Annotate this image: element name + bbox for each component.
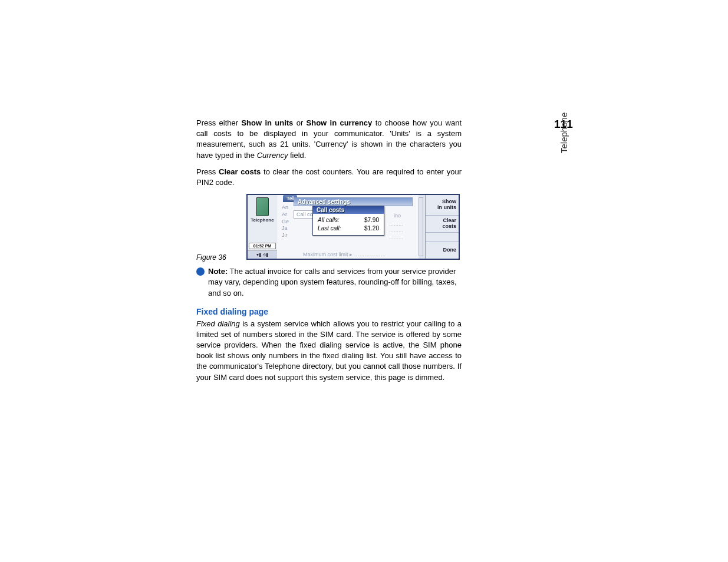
italic-currency: Currency	[257, 151, 288, 160]
device-main-area: Tel An Ar Ge Ja Jir Advanced settings Ca…	[277, 195, 419, 259]
advanced-settings-title: Advanced settings	[294, 197, 413, 206]
softkey-line: Clear costs	[428, 218, 456, 230]
dots-fragment: ……… ……… ………	[389, 221, 407, 241]
text: is a system service which allows you to …	[196, 319, 462, 382]
list-item: Ja	[282, 225, 289, 232]
softkey-line: in units	[437, 205, 456, 211]
list-item: Ar	[282, 211, 289, 219]
text: or	[293, 118, 306, 127]
softkey-line: Done	[443, 247, 457, 253]
bold-show-in-currency: Show in currency	[307, 118, 373, 127]
softkey-done: Done	[426, 242, 459, 259]
figure-caption: Figure 36	[196, 253, 226, 262]
dialog-title: Call costs	[313, 206, 384, 214]
list-item: An	[282, 204, 289, 211]
softkey-show-in-units: Show in units	[426, 195, 459, 216]
page-content: Press either Show in units or Show in cu…	[196, 118, 526, 389]
note-body: The actual invoice for calls and service…	[208, 267, 457, 297]
device-app-label: Telephone	[248, 217, 277, 223]
status-icons-row: ▾▮ ⎋▮	[248, 250, 277, 259]
maximum-cost-limit-line: Maximum cost limit ▸ ………………	[303, 252, 386, 257]
row-last-call: Last call: $1.20	[318, 224, 379, 233]
call-costs-dialog: Call costs All calls: $7.90 Last call: $…	[312, 206, 384, 236]
row-value: $7.90	[364, 216, 379, 224]
paragraph-show-options: Press either Show in units or Show in cu…	[196, 118, 462, 161]
paragraph-clear-costs: Press Clear costs to clear the cost coun…	[196, 167, 462, 188]
text: Press either	[196, 118, 241, 127]
device-time: 01:52 PM	[249, 243, 276, 249]
heading-fixed-dialing: Fixed dialing page	[196, 307, 526, 316]
row-label: All calls:	[318, 216, 340, 224]
device-screenshot: Telephone 01:52 PM ▾▮ ⎋▮ Tel An Ar Ge Ja…	[246, 194, 460, 260]
bold-clear-costs: Clear costs	[219, 167, 261, 176]
phone-icon	[256, 197, 269, 216]
softkey-clear-costs: Clear costs	[426, 216, 459, 233]
section-side-label: Telephone	[559, 113, 569, 153]
device-softkey-column: Show in units Clear costs Done	[425, 195, 459, 259]
note-bullet-icon	[196, 267, 205, 276]
list-item: Jir	[282, 232, 289, 239]
note-text: Note: The actual invoice for calls and s…	[208, 266, 462, 299]
device-background-list: An Ar Ge Ja Jir	[282, 204, 289, 239]
device-scrollbar	[419, 197, 423, 256]
bold-show-in-units: Show in units	[241, 118, 293, 127]
italic-fixed-dialing: Fixed dialing	[196, 319, 240, 328]
softkey-spacer	[426, 233, 459, 242]
list-item: Ge	[282, 219, 289, 226]
row-value: $1.20	[364, 224, 379, 233]
dialog-body: All calls: $7.90 Last call: $1.20	[313, 214, 384, 235]
text: field.	[288, 151, 306, 160]
figure-36: Figure 36 Telephone 01:52 PM ▾▮ ⎋▮ Tel A…	[196, 194, 462, 262]
text: Press	[196, 167, 219, 176]
note-block: Note: The actual invoice for calls and s…	[196, 266, 462, 299]
device-left-panel: Telephone 01:52 PM ▾▮ ⎋▮	[248, 195, 278, 259]
paragraph-fixed-dialing: Fixed dialing is a system service which …	[196, 319, 462, 383]
uno-fragment: ino	[394, 213, 401, 219]
note-label: Note:	[208, 267, 228, 276]
row-all-calls: All calls: $7.90	[318, 216, 379, 224]
row-label: Last call:	[318, 224, 341, 233]
